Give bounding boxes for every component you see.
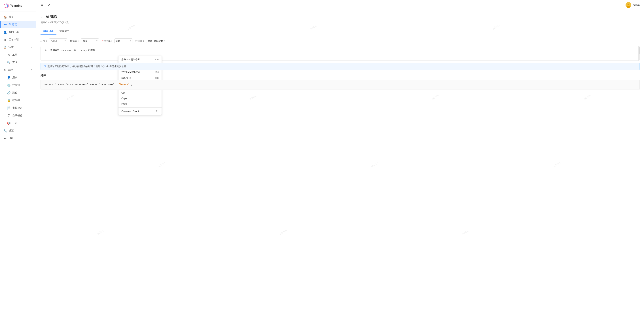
svg-point-3 xyxy=(628,3,629,5)
sidebar-item-logout-label: 退出 xyxy=(9,137,14,140)
env-label: 环境： xyxy=(40,39,48,43)
menu-label-paste: Paste xyxy=(122,103,127,105)
menu-toggle-icon[interactable]: ≡ xyxy=(40,2,44,7)
manage-chevron-icon: ∧ xyxy=(30,69,32,71)
sql-condition: `username` = xyxy=(99,83,119,86)
table-tag-value: core_accounts xyxy=(148,39,163,42)
table-tag-close[interactable]: × xyxy=(164,40,165,42)
menu-shortcut-multi-alter: ⌘M xyxy=(155,58,159,61)
watermark-text-9: admin xyxy=(370,161,378,168)
sidebar-nav: 🏠 首页 AI 建议 👤 我的工单 🖥 工单申请 📋 审核 xyxy=(0,12,36,316)
sidebar-item-auto-task-label: 自动任务 xyxy=(12,114,22,117)
expand-icon[interactable]: ⤢ xyxy=(47,2,51,8)
watermark-text-11: admin xyxy=(96,229,105,235)
flow-icon: 🔗 xyxy=(7,91,10,94)
db-select[interactable]: ddp xyxy=(114,38,132,43)
sidebar-item-datasource[interactable]: 💿 数据源 xyxy=(4,81,36,89)
sidebar-item-audit-workorder[interactable]: fx 工单 xyxy=(4,51,36,59)
menu-item-paste[interactable]: Paste xyxy=(118,101,162,107)
auto-task-icon: ⏱ xyxy=(7,114,10,117)
sidebar-item-audit-workorder-label: 工单 xyxy=(12,53,17,56)
menu-item-cut[interactable]: Cut xyxy=(118,90,162,96)
menu-label-copy: Copy xyxy=(122,97,127,100)
sidebar-item-auto-task[interactable]: ⏱ 自动任务 xyxy=(4,112,36,119)
sidebar-item-flow[interactable]: 🔗 流程 xyxy=(4,89,36,97)
menu-divider-3 xyxy=(118,107,162,108)
sidebar-item-announcement[interactable]: 📢 公告 xyxy=(4,119,36,127)
info-icon: ☑ xyxy=(44,65,46,68)
menu-item-multi-alter[interactable]: 多条alter语句合并 ⌘M xyxy=(118,56,162,63)
sql-semicolon: ; xyxy=(131,83,132,86)
sidebar-group-manage[interactable]: ⚙ 管理 ∧ xyxy=(0,66,36,74)
page-subtitle: 使用ChatGPT进行SQL优化 xyxy=(40,21,640,24)
db-select-wrapper: ddp xyxy=(114,38,132,43)
sidebar-item-settings-label: 设置 xyxy=(9,129,14,132)
sidebar-item-query[interactable]: 🔍 查询 xyxy=(4,59,36,66)
datasource-select[interactable]: ddp xyxy=(81,38,99,43)
sidebar-group-audit[interactable]: 📋 审核 ∧ xyxy=(0,43,36,51)
audit-group-left: 📋 审核 xyxy=(4,46,14,49)
sidebar-item-manage-label: 管理 xyxy=(8,68,13,72)
sidebar-item-settings[interactable]: 🔧 设置 xyxy=(0,127,36,135)
users-icon: 👤 xyxy=(7,76,10,79)
sidebar-item-workorder[interactable]: 👤 我的工单 xyxy=(0,28,36,36)
watermark-text-12: admin xyxy=(279,229,288,235)
sidebar-item-announcement-label: 公告 xyxy=(12,122,17,125)
menu-item-command-palette[interactable]: Command Palette F1 xyxy=(118,108,162,114)
settings-icon: 🔧 xyxy=(4,129,7,132)
apply-icon: 🖥 xyxy=(4,38,7,41)
sidebar-item-ai[interactable]: AI 建议 xyxy=(0,21,36,28)
result-code: SELECT * FROM `core_accounts` WHERE `use… xyxy=(40,80,640,90)
sidebar-item-users[interactable]: 👤 用户 xyxy=(4,74,36,81)
app-name: Yearning xyxy=(10,4,22,7)
menu-shortcut-command-palette: F1 xyxy=(156,110,159,113)
sidebar-item-permissions[interactable]: 🔒 权限组 xyxy=(4,97,36,104)
sidebar-item-audit-rules[interactable]: 📄 审核规则 xyxy=(4,104,36,112)
result-title: 结果 xyxy=(40,74,640,77)
result-section: 结果 SELECT * FROM `core_accounts` WHERE `… xyxy=(40,74,640,90)
env-item: 环境： Aliyun xyxy=(40,38,67,43)
manage-group-left: ⚙ 管理 xyxy=(4,68,13,72)
manage-icon: ⚙ xyxy=(4,69,6,71)
svg-point-4 xyxy=(627,6,630,8)
back-button[interactable]: ← xyxy=(40,15,44,19)
table-label: 数据表： xyxy=(135,39,145,43)
env-select-wrapper: Aliyun xyxy=(49,38,67,43)
audit-rules-icon: 📄 xyxy=(7,106,10,110)
sidebar-item-home[interactable]: 🏠 首页 xyxy=(0,13,36,21)
datasource-icon: 💿 xyxy=(7,84,10,87)
ai-icon xyxy=(4,23,7,26)
menu-label-multi-alter: 多条alter语句合并 xyxy=(122,58,140,61)
tab-ai-assistant[interactable]: 智能助手 xyxy=(56,28,72,35)
tab-fill-sql[interactable]: 填写SQL xyxy=(40,28,56,35)
user-avatar xyxy=(626,2,631,8)
menu-label-smart-sql-opt: 智能SQL优化建议 xyxy=(122,70,140,73)
db-item: 数据库： ddp xyxy=(102,38,132,43)
watermark-text-10: admin xyxy=(552,161,561,168)
sidebar-item-apply[interactable]: 🖥 工单申请 xyxy=(0,36,36,43)
workorder-icon: 👤 xyxy=(4,30,7,34)
menu-item-copy[interactable]: Copy xyxy=(118,96,162,101)
logo-icon xyxy=(4,3,9,8)
datasource-item: 数据源： ddp xyxy=(70,38,99,43)
datasource-label: 数据源： xyxy=(70,39,80,43)
menu-label-command-palette: Command Palette xyxy=(122,110,140,113)
user-name: admin xyxy=(633,3,640,6)
watermark-text-6: admin xyxy=(431,94,440,101)
editor-scrollbar[interactable] xyxy=(638,46,640,60)
env-select[interactable]: Aliyun xyxy=(49,38,67,43)
watermark-text-4: admin xyxy=(66,94,75,101)
watermark-text-8: admin xyxy=(158,161,166,168)
topbar-left: ≡ ⤢ xyxy=(40,2,51,8)
sidebar-item-users-label: 用户 xyxy=(12,76,17,79)
sidebar-item-permissions-label: 权限组 xyxy=(12,99,20,102)
sidebar-item-logout[interactable]: ↩ 退出 xyxy=(0,135,36,142)
scrollbar-thumb xyxy=(639,47,640,54)
info-banner-text: 选择对应的数据库/表，通过编辑器内右键调出 智能 SQL 生成/优化建议 功能 xyxy=(48,65,126,68)
audit-sub-items: fx 工单 🔍 查询 xyxy=(0,51,36,66)
logout-icon: ↩ xyxy=(4,137,7,140)
menu-label-cut: Cut xyxy=(122,91,125,94)
sidebar-item-apply-label: 工单申请 xyxy=(9,38,19,41)
sql-table: `core_accounts` xyxy=(66,83,90,86)
form-row: 环境： Aliyun 数据源： ddp 数据库： xyxy=(40,38,640,43)
